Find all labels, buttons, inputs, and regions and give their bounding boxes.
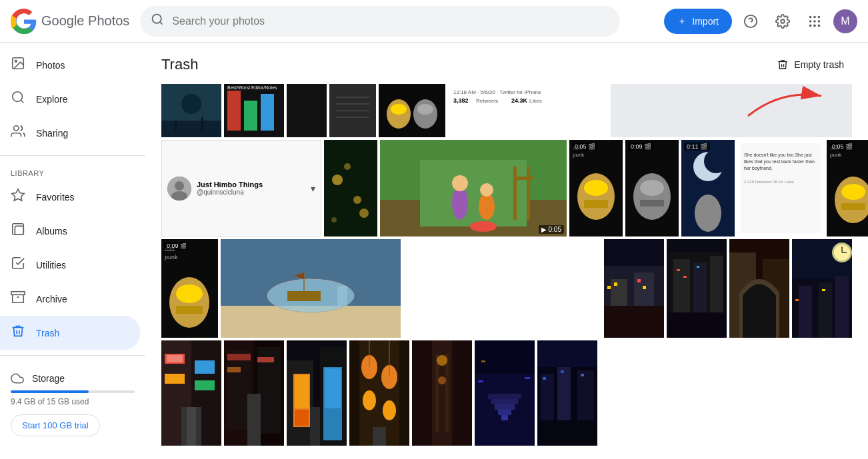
photo-thumb[interactable] xyxy=(729,239,789,338)
svg-rect-80 xyxy=(640,200,664,207)
photo-thumb[interactable]: ▶0:05 xyxy=(380,140,567,236)
photo-thumb[interactable]: 0:09🎬 xyxy=(625,140,679,236)
svg-text:Likes: Likes xyxy=(529,98,542,104)
photo-thumb[interactable] xyxy=(349,340,409,446)
svg-text:punk: punk xyxy=(165,254,178,260)
settings-button[interactable] xyxy=(769,8,796,35)
photo-row-3: daft punk 0:09🎬 xyxy=(161,239,852,338)
photo-thumb[interactable]: She doesn't like you bro.She just likes … xyxy=(737,140,824,236)
svg-rect-135 xyxy=(835,276,849,338)
svg-point-56 xyxy=(353,196,361,204)
photo-thumb[interactable] xyxy=(475,340,535,446)
svg-text:her boyfriend.: her boyfriend. xyxy=(744,166,773,171)
svg-rect-33 xyxy=(261,94,274,131)
svg-point-6 xyxy=(813,15,816,18)
svg-point-175 xyxy=(383,400,396,420)
search-input[interactable] xyxy=(172,15,609,27)
dropdown-icon[interactable]: ▾ xyxy=(311,183,315,194)
sidebar-divider xyxy=(0,155,145,156)
sidebar-divider-2 xyxy=(0,355,145,356)
svg-text:Retweets: Retweets xyxy=(476,98,498,104)
svg-rect-202 xyxy=(543,377,546,380)
apps-button[interactable] xyxy=(801,8,828,35)
photo-thumb[interactable]: 0:11🎬 xyxy=(681,140,735,236)
search-bar[interactable] xyxy=(140,6,620,37)
storage-section: Storage 9.4 GB of 15 GB used Start 100 G… xyxy=(0,361,145,447)
header-actions: ＋ Import M xyxy=(664,8,857,35)
profile-card[interactable]: Just Himbo Things @quinnscicluna ▾ xyxy=(161,140,321,236)
photo-thumb[interactable]: daft punk 0:05🎬 xyxy=(827,140,868,236)
svg-rect-124 xyxy=(677,269,680,271)
svg-point-0 xyxy=(153,15,161,23)
albums-icon xyxy=(11,222,25,240)
explore-icon xyxy=(11,90,25,108)
photo-thumb[interactable] xyxy=(379,84,445,137)
svg-point-15 xyxy=(15,60,17,62)
photo-thumb[interactable] xyxy=(329,84,376,137)
svg-text:24.3K: 24.3K xyxy=(511,97,528,104)
svg-point-68 xyxy=(479,193,495,220)
sidebar-item-trash[interactable]: Trash xyxy=(0,316,140,350)
svg-rect-159 xyxy=(257,357,274,362)
svg-rect-192 xyxy=(498,410,511,415)
svg-text:3,382: 3,382 xyxy=(453,97,469,104)
main-content: Trash Empty trash xyxy=(145,43,868,459)
svg-rect-32 xyxy=(244,101,257,131)
svg-rect-195 xyxy=(525,377,530,379)
svg-point-27 xyxy=(181,94,201,114)
svg-rect-28 xyxy=(175,121,177,131)
photo-thumb[interactable]: 12:18 AM · 5/6/20 · Twitter for iPhone 3… xyxy=(448,84,608,137)
sharing-label: Sharing xyxy=(36,128,68,139)
photo-thumb[interactable]: Best/Worst Editor/Notes xyxy=(224,84,284,137)
sidebar-item-explore[interactable]: Explore xyxy=(0,82,140,116)
svg-rect-141 xyxy=(822,289,825,291)
svg-rect-190 xyxy=(491,399,518,404)
import-button[interactable]: ＋ Import xyxy=(664,9,732,34)
svg-rect-189 xyxy=(488,394,521,399)
photo-thumb[interactable] xyxy=(324,140,377,236)
photo-thumb[interactable]: daft punk 0:05🎬 xyxy=(569,140,623,236)
photo-thumb[interactable] xyxy=(537,340,597,446)
svg-rect-203 xyxy=(561,370,564,373)
sidebar-item-albums[interactable]: Albums xyxy=(0,214,140,248)
svg-point-43 xyxy=(391,104,407,115)
utilities-label: Utilities xyxy=(36,260,66,270)
photo-thumb[interactable] xyxy=(287,84,327,137)
logo: Google Photos xyxy=(11,8,129,35)
photo-thumb[interactable] xyxy=(604,239,664,338)
svg-rect-26 xyxy=(161,121,221,137)
help-button[interactable] xyxy=(737,8,764,35)
trial-button[interactable]: Start 100 GB trial xyxy=(11,414,100,436)
photo-thumb[interactable] xyxy=(221,239,401,338)
svg-rect-205 xyxy=(537,420,597,446)
photo-thumb[interactable] xyxy=(412,340,472,446)
svg-rect-157 xyxy=(227,354,251,360)
svg-rect-62 xyxy=(420,160,527,227)
svg-point-67 xyxy=(452,175,468,191)
svg-rect-31 xyxy=(227,91,241,131)
svg-text:2,229 Retweets 38.1K Likes: 2,229 Retweets 38.1K Likes xyxy=(744,180,794,184)
photo-thumb[interactable] xyxy=(224,340,284,446)
photo-thumb[interactable] xyxy=(161,340,221,446)
svg-point-8 xyxy=(809,20,812,23)
sidebar: Photos Explore Sharing LIBRARY xyxy=(0,43,145,459)
sidebar-item-photos[interactable]: Photos xyxy=(0,48,140,82)
sidebar-item-utilities[interactable]: Utilities xyxy=(0,248,140,282)
svg-point-58 xyxy=(359,209,369,218)
sidebar-item-favorites[interactable]: Favorites xyxy=(0,180,140,214)
photo-thumb[interactable] xyxy=(667,239,727,338)
empty-trash-button[interactable]: Empty trash xyxy=(769,53,852,76)
avatar[interactable]: M xyxy=(833,9,857,33)
svg-rect-64 xyxy=(527,167,530,220)
photo-thumb[interactable] xyxy=(792,239,852,338)
app-body: Photos Explore Sharing LIBRARY xyxy=(0,43,868,459)
sidebar-item-archive[interactable]: Archive xyxy=(0,282,140,316)
photo-thumb[interactable] xyxy=(287,340,347,446)
photo-thumb[interactable]: daft punk 0:09🎬 xyxy=(161,239,218,338)
cloud-icon xyxy=(11,372,24,385)
empty-trash-icon xyxy=(777,59,789,71)
sidebar-item-sharing[interactable]: Sharing xyxy=(0,116,140,150)
trash-icon xyxy=(11,324,25,342)
photo-thumb[interactable] xyxy=(161,84,221,137)
svg-rect-114 xyxy=(607,286,611,289)
